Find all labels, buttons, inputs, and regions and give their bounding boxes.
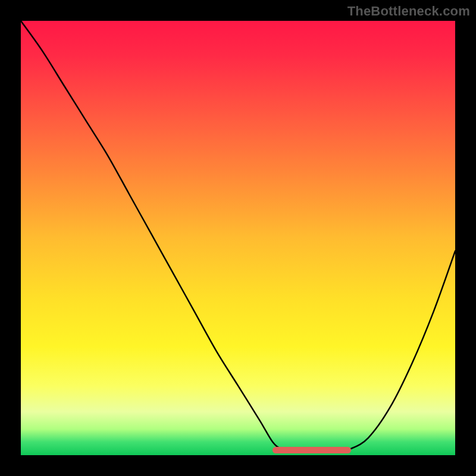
flat-minimum-marker [273, 447, 350, 453]
bottleneck-curve-path [21, 21, 455, 451]
curve-svg [21, 21, 455, 455]
watermark-text: TheBottleneck.com [347, 4, 470, 19]
chart-container: TheBottleneck.com [0, 0, 476, 476]
plot-area [21, 21, 455, 455]
